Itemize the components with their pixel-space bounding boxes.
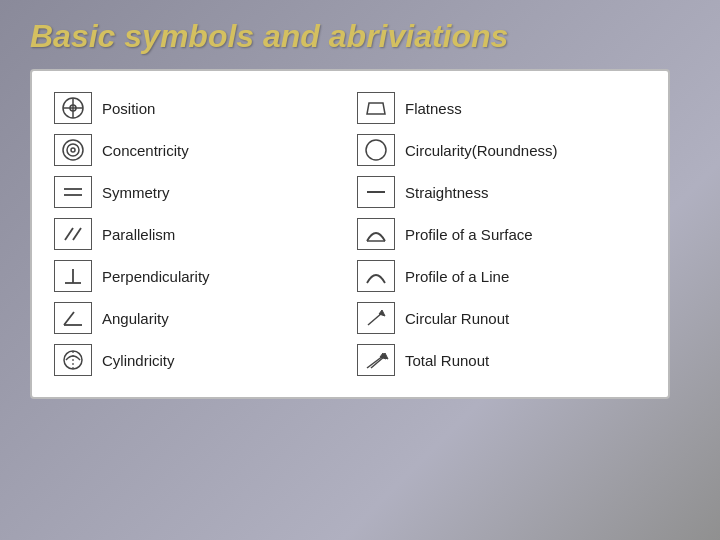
parallelism-label: Parallelism (102, 226, 175, 243)
profile-line-symbol-box (357, 260, 395, 292)
symmetry-symbol-box (54, 176, 92, 208)
concentricity-symbol-box (54, 134, 92, 166)
svg-point-6 (71, 148, 75, 152)
symbols-card: Position Concentricity Symmetry (30, 69, 670, 399)
cylindricity-label: Cylindricity (102, 352, 175, 369)
list-item: Perpendicularity (52, 255, 345, 297)
concentricity-label: Concentricity (102, 142, 189, 159)
profile-surface-symbol-box (357, 218, 395, 250)
total-runout-icon (363, 347, 389, 373)
cylindricity-icon (60, 347, 86, 373)
svg-marker-17 (367, 103, 385, 114)
svg-point-18 (366, 140, 386, 160)
symmetry-label: Symmetry (102, 184, 170, 201)
flatness-label: Flatness (405, 100, 462, 117)
perpendicularity-label: Perpendicularity (102, 268, 210, 285)
list-item: Profile of a Line (355, 255, 648, 297)
right-column: Flatness Circularity(Roundness) Straight… (355, 87, 648, 381)
left-column: Position Concentricity Symmetry (52, 87, 345, 381)
profile-surface-icon (363, 221, 389, 247)
svg-point-4 (63, 140, 83, 160)
page-title: Basic symbols and abriviations (30, 18, 508, 55)
angularity-label: Angularity (102, 310, 169, 327)
profile-line-icon (363, 263, 389, 289)
list-item: Parallelism (52, 213, 345, 255)
svg-point-5 (67, 144, 79, 156)
concentricity-icon (60, 137, 86, 163)
list-item: Flatness (355, 87, 648, 129)
svg-line-23 (367, 356, 383, 368)
list-item: Total Runout (355, 339, 648, 381)
circularity-label: Circularity(Roundness) (405, 142, 558, 159)
svg-line-10 (73, 228, 81, 240)
circularity-symbol-box (357, 134, 395, 166)
total-runout-symbol-box (357, 344, 395, 376)
parallelism-symbol-box (54, 218, 92, 250)
flatness-icon (363, 95, 389, 121)
list-item: Profile of a Surface (355, 213, 648, 255)
position-icon (60, 95, 86, 121)
straightness-label: Straightness (405, 184, 488, 201)
flatness-symbol-box (357, 92, 395, 124)
profile-surface-label: Profile of a Surface (405, 226, 533, 243)
list-item: Circularity(Roundness) (355, 129, 648, 171)
list-item: Cylindricity (52, 339, 345, 381)
straightness-icon (363, 179, 389, 205)
symmetry-icon (60, 179, 86, 205)
svg-line-9 (65, 228, 73, 240)
list-item: Straightness (355, 171, 648, 213)
circularity-icon (363, 137, 389, 163)
angularity-symbol-box (54, 302, 92, 334)
list-item: Symmetry (52, 171, 345, 213)
straightness-symbol-box (357, 176, 395, 208)
total-runout-label: Total Runout (405, 352, 489, 369)
profile-line-label: Profile of a Line (405, 268, 509, 285)
list-item: Concentricity (52, 129, 345, 171)
list-item: Angularity (52, 297, 345, 339)
list-item: Circular Runout (355, 297, 648, 339)
svg-line-14 (64, 312, 74, 325)
perpendicularity-symbol-box (54, 260, 92, 292)
position-label: Position (102, 100, 155, 117)
cylindricity-symbol-box (54, 344, 92, 376)
position-symbol-box (54, 92, 92, 124)
circular-runout-icon (363, 305, 389, 331)
angularity-icon (60, 305, 86, 331)
circular-runout-label: Circular Runout (405, 310, 509, 327)
list-item: Position (52, 87, 345, 129)
perpendicularity-icon (60, 263, 86, 289)
parallelism-icon (60, 221, 86, 247)
circular-runout-symbol-box (357, 302, 395, 334)
